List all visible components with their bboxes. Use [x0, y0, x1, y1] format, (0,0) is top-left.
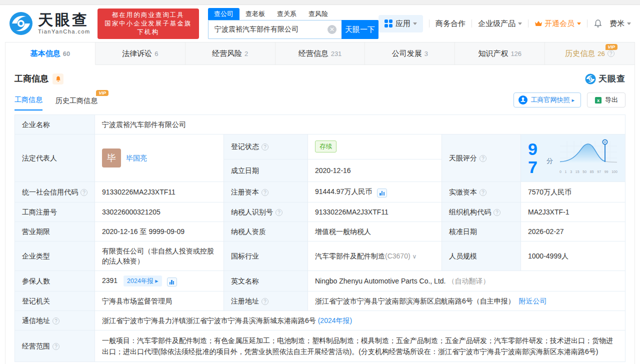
staff-size-label: 人员规模	[442, 242, 521, 271]
legal-rep-avatar[interactable]: 毕	[102, 148, 121, 168]
mail-address-value: 浙江省宁波市宁海县力洋镇浙江省宁波市宁海县滨海新城东港南路6号 (2024年报)	[95, 311, 626, 330]
clear-search-icon[interactable]: ✕	[328, 25, 336, 34]
org-code-value: MA2J3XTF-1	[521, 202, 626, 222]
brand-logo[interactable]: 天眼查 TianYanCha.com	[9, 12, 90, 36]
user-menu[interactable]: 费米	[610, 19, 631, 28]
subscribe-bell-icon[interactable]	[52, 74, 64, 84]
subtab-history-business-info[interactable]: 历史工商信息 VIP	[56, 96, 98, 110]
search-tab-relation[interactable]: 查关系	[271, 8, 302, 20]
help-icon[interactable]: ?	[262, 298, 268, 305]
nav-enterprise-product[interactable]: 企业级产品	[478, 19, 522, 28]
subtab-business-info[interactable]: 工商信息	[14, 96, 42, 110]
score-value[interactable]: 97 分	[521, 134, 626, 182]
table-row: 登记机关 宁海县市场监督管理局 注册地址? 浙江省宁波市宁海县宁波南部滨海新区启…	[15, 292, 626, 311]
annual-report-link[interactable]: (2024年报)	[318, 316, 352, 324]
search-tab-company[interactable]: 查公司	[208, 8, 240, 20]
establish-date-label: 成立日期	[224, 159, 308, 182]
help-icon[interactable]: ?	[480, 189, 486, 196]
uscc-value: 91330226MA2J3XTF11	[95, 182, 224, 202]
brand-name: 天眼查	[38, 12, 90, 28]
reg-address-value: 浙江省宁波市宁海县宁波南部滨海新区启航南路6号（自主申报） 附近公司	[308, 292, 626, 311]
reg-status-value: 存续	[308, 134, 442, 160]
help-icon[interactable]: ?	[276, 209, 282, 216]
apps-menu[interactable]: 应用	[378, 15, 423, 32]
search-tab-risk[interactable]: 查风险	[302, 8, 334, 20]
official-snapshot-button[interactable]: 工商官网快照▸	[514, 92, 581, 108]
tab-intellectual-property[interactable]: 知识产权126	[455, 42, 545, 64]
tab-legal-litigation[interactable]: 法律诉讼6	[96, 42, 186, 64]
business-info-table: 企业名称 宁波震裕汽车部件有限公司 法定代表人 毕 毕国亮 登记状态? 存续 天…	[14, 114, 626, 362]
industry-value[interactable]: 汽车零部件及配件制造(C3670)∨	[308, 242, 442, 271]
table-row: 工商注册号 330226000321205 纳税人识别号? 91330226MA…	[15, 202, 626, 222]
tab-operation-info[interactable]: 经营信息231	[276, 42, 366, 64]
table-row: 企业类型 有限责任公司（非自然人投资或控股的法人独资） 国标行业 汽车零部件及配…	[15, 242, 626, 271]
legal-rep-label: 法定代表人	[15, 134, 95, 182]
score-label: 天眼评分?	[442, 134, 521, 182]
english-name-label: 英文名称	[224, 271, 308, 292]
nearby-company-link[interactable]: 附近公司	[519, 297, 547, 305]
business-scope-value: 一般项目：汽车零部件及配件制造；有色金属压延加工；电池制造；塑料制品制造；模具制…	[95, 330, 626, 362]
search-button[interactable]: 天眼一下	[342, 20, 378, 39]
business-scope-label: 经营范围?	[15, 330, 95, 362]
nav-business-coop[interactable]: 商务合作	[436, 19, 466, 28]
export-button[interactable]: x 导出	[587, 92, 626, 108]
table-row: 营业期限 2020-12-16 至 9999-09-09 纳税人资质 增值税一般…	[15, 222, 626, 242]
stamp-icon	[518, 95, 528, 105]
paid-capital-value: 7570万人民币	[521, 182, 626, 202]
help-icon[interactable]: ?	[52, 343, 60, 350]
help-icon[interactable]: ?	[262, 189, 268, 196]
help-icon[interactable]: ?	[80, 189, 88, 196]
reg-capital-label: 注册资本?	[224, 182, 308, 202]
table-row: 参保人数 2391 2024年报 ▸ 英文名称 Ningbo Zhenyu Au…	[15, 271, 626, 292]
help-icon[interactable]: ?	[480, 155, 486, 162]
legal-rep-link[interactable]: 毕国亮	[126, 153, 147, 163]
taxpayer-id-value: 91330226MA2J3XTF11	[308, 202, 442, 222]
legal-rep-value: 毕 毕国亮	[95, 134, 224, 182]
english-name-value: Ningbo Zhenyu Automotive Parts Co., Ltd.…	[308, 271, 626, 292]
biz-term-label: 营业期限	[15, 222, 95, 242]
basic-info-panel: 工商信息 天眼查 工商信息 历史工商信息 VIP	[5, 65, 635, 364]
uscc-label: 统一社会信用代码?	[15, 182, 95, 202]
excel-icon: x	[594, 96, 602, 104]
reg-capital-value: 91444.97万人民币	[308, 182, 442, 202]
tab-company-development[interactable]: 公司发展3	[365, 42, 455, 64]
reg-authority-value: 宁海县市场监督管理局	[95, 292, 224, 311]
approval-date-value: 2026-02-27	[521, 222, 626, 242]
nav-open-vip[interactable]: 开通会员	[534, 19, 581, 28]
site-header: 天眼查 TianYanCha.com 都在用的商业查询工具 国家中小企业发展子基…	[0, 5, 640, 42]
arrow-right-icon: ▸	[572, 97, 574, 104]
notification-bell[interactable]	[594, 19, 602, 28]
chevron-down-icon[interactable]: ∨	[412, 253, 417, 260]
vip-badge: VIP	[606, 44, 618, 50]
org-code-label: 组织机构代码?	[442, 202, 521, 222]
brand-domain: TianYanCha.com	[38, 28, 90, 34]
approval-date-label: 核准日期	[442, 222, 521, 242]
search-module: 查公司 查老板 查关系 查风险 ✕ 天眼一下	[208, 8, 378, 39]
help-icon[interactable]: ?	[608, 50, 614, 57]
company-type-label: 企业类型	[15, 242, 95, 271]
biz-term-value: 2020-12-16 至 9999-09-09	[95, 222, 224, 242]
help-icon[interactable]: ?	[494, 209, 500, 216]
company-type-value: 有限责任公司（非自然人投资或控股的法人独资）	[95, 242, 224, 271]
promo-badge: 都在用的商业查询工具 国家中小企业发展子基金旗下机构	[98, 8, 199, 39]
annual-report-badge[interactable]: 2024年报 ▸	[124, 276, 162, 286]
tab-operation-risk[interactable]: 经营风险2	[186, 42, 276, 64]
caret-down-icon	[413, 22, 417, 25]
apps-grid-icon	[384, 20, 392, 28]
insured-label: 参保人数	[15, 271, 95, 292]
tianyancha-logo-icon	[9, 12, 33, 36]
help-icon[interactable]: ?	[52, 318, 60, 324]
watermark-logo: 天眼查	[585, 73, 626, 84]
reg-authority-label: 登记机关	[15, 292, 95, 311]
insured-trend-icon[interactable]	[167, 278, 177, 286]
reg-no-value: 330226000321205	[95, 202, 224, 222]
caret-down-icon	[627, 22, 631, 25]
capital-trend-icon[interactable]	[377, 188, 387, 198]
tab-history-info[interactable]: VIP 历史信息26 ?	[545, 42, 635, 64]
help-icon[interactable]: ?	[262, 144, 268, 150]
search-input[interactable]	[208, 20, 342, 39]
search-tab-boss[interactable]: 查老板	[240, 8, 271, 20]
header-nav: 应用 商务合作 企业级产品 开通会员 费米	[378, 15, 631, 32]
company-name-label: 企业名称	[15, 115, 95, 134]
tab-basic-info[interactable]: 基本信息60	[5, 42, 96, 65]
